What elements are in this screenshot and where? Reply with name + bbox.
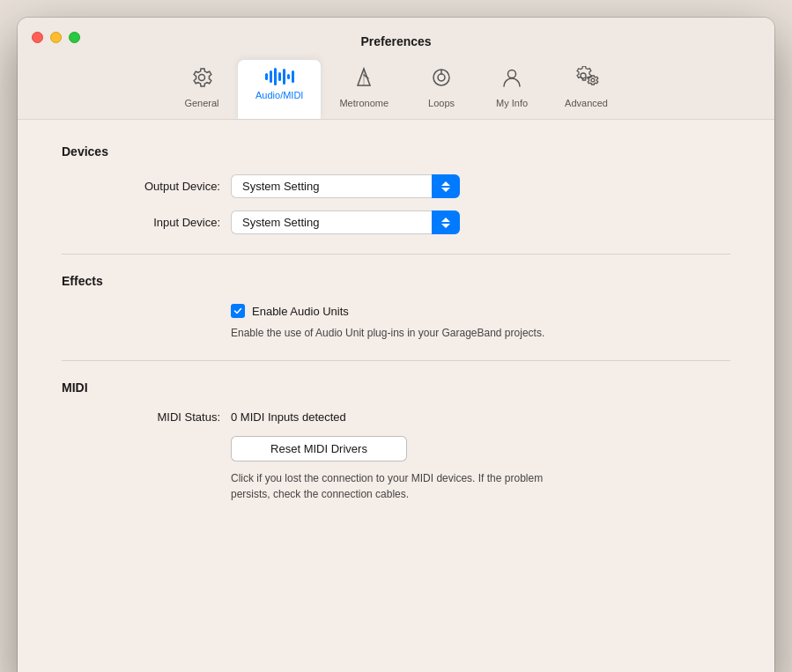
gear-icon bbox=[190, 66, 213, 94]
waveform-icon bbox=[265, 67, 294, 86]
midi-section: MIDI MIDI Status: 0 MIDI Inputs detected… bbox=[62, 380, 730, 502]
tab-general-label: General bbox=[184, 98, 218, 108]
reset-midi-button-row: Reset MIDI Drivers bbox=[231, 436, 730, 462]
input-device-row: Input Device: System Setting bbox=[62, 210, 730, 234]
person-icon bbox=[500, 66, 523, 94]
tab-general[interactable]: General bbox=[167, 59, 237, 119]
midi-status-label: MIDI Status: bbox=[62, 410, 220, 424]
tab-audio-midi[interactable]: Audio/MIDI bbox=[237, 59, 322, 119]
svg-point-6 bbox=[508, 70, 516, 78]
midi-section-title: MIDI bbox=[62, 380, 730, 395]
output-device-row: Output Device: System Setting bbox=[62, 174, 730, 198]
reset-midi-button[interactable]: Reset MIDI Drivers bbox=[231, 436, 407, 462]
tab-audio-midi-label: Audio/MIDI bbox=[255, 90, 303, 100]
tab-metronome[interactable]: Metronome bbox=[322, 59, 406, 119]
tab-metronome-label: Metronome bbox=[339, 98, 389, 108]
tab-advanced[interactable]: Advanced bbox=[547, 59, 625, 119]
tab-loops[interactable]: Loops bbox=[406, 59, 477, 119]
tab-advanced-label: Advanced bbox=[565, 98, 608, 108]
devices-section-title: Devices bbox=[62, 144, 730, 159]
input-device-label: Input Device: bbox=[62, 216, 220, 229]
window-title: Preferences bbox=[32, 34, 760, 48]
output-device-select[interactable]: System Setting bbox=[231, 174, 460, 198]
tab-my-info[interactable]: My Info bbox=[477, 59, 547, 119]
effects-midi-divider bbox=[62, 360, 730, 361]
metronome-icon bbox=[352, 66, 375, 94]
tab-loops-label: Loops bbox=[428, 98, 455, 108]
tab-bar: General Audio/MIDI bbox=[149, 59, 643, 119]
enable-audio-units-row: Enable Audio Units bbox=[231, 304, 730, 318]
advanced-gear-icon bbox=[574, 66, 600, 94]
output-device-select-wrapper[interactable]: System Setting bbox=[231, 174, 460, 198]
enable-audio-units-label: Enable Audio Units bbox=[252, 305, 349, 318]
audio-units-description: Enable the use of Audio Unit plug-ins in… bbox=[231, 325, 583, 341]
midi-status-row: MIDI Status: 0 MIDI Inputs detected bbox=[62, 410, 730, 424]
content-area: Devices Output Device: System Setting In… bbox=[18, 120, 774, 672]
effects-section-title: Effects bbox=[62, 274, 730, 288]
loops-icon bbox=[430, 66, 453, 94]
enable-audio-units-checkbox[interactable] bbox=[231, 304, 245, 318]
midi-reset-description: Click if you lost the connection to your… bbox=[231, 470, 583, 502]
output-device-label: Output Device: bbox=[62, 180, 220, 193]
devices-section: Devices Output Device: System Setting In… bbox=[62, 144, 730, 234]
effects-section: Effects Enable Audio Units Enable the us… bbox=[62, 274, 730, 341]
input-device-select[interactable]: System Setting bbox=[231, 210, 460, 234]
title-bar: Preferences General bbox=[18, 18, 774, 120]
svg-point-4 bbox=[438, 74, 445, 81]
midi-status-value: 0 MIDI Inputs detected bbox=[231, 410, 346, 424]
devices-effects-divider bbox=[62, 254, 730, 255]
tab-my-info-label: My Info bbox=[496, 98, 528, 108]
input-device-select-wrapper[interactable]: System Setting bbox=[231, 210, 460, 234]
preferences-window: Preferences General bbox=[18, 18, 774, 672]
